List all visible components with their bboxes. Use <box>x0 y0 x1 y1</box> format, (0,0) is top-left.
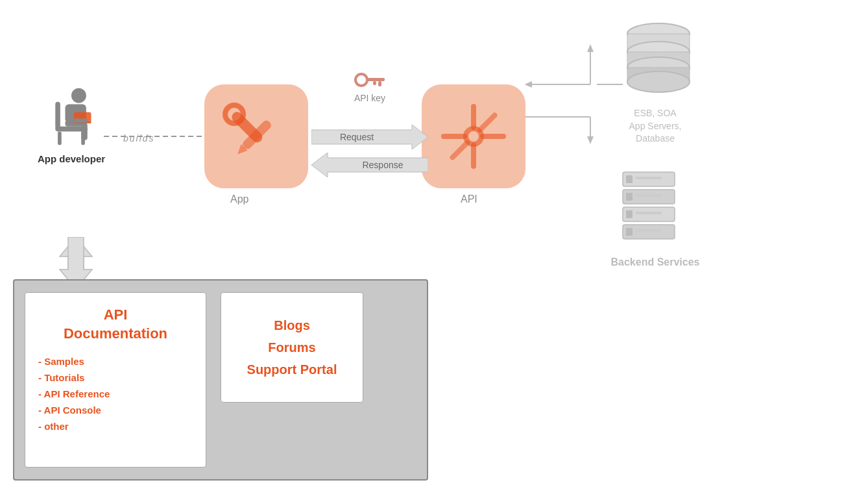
svg-rect-26 <box>373 81 376 85</box>
svg-rect-51 <box>636 194 662 197</box>
api-label: API <box>461 194 477 205</box>
api-doc-item-console: - API Console <box>38 405 193 416</box>
response-arrow: Response <box>311 153 428 180</box>
svg-rect-6 <box>58 131 62 145</box>
community-blogs: Blogs <box>274 318 310 332</box>
svg-rect-25 <box>378 81 381 86</box>
app-developer-label: App developer <box>38 153 105 164</box>
svg-rect-54 <box>636 212 662 214</box>
svg-marker-36 <box>587 136 594 144</box>
svg-point-23 <box>356 74 367 86</box>
api-key-text: API key <box>354 93 386 103</box>
request-arrow-svg: Request <box>311 125 428 149</box>
builds-line <box>104 130 208 143</box>
svg-rect-5 <box>55 127 88 132</box>
svg-rect-10 <box>74 118 88 123</box>
backend-top-label: ESB, SOAApp Servers,Database <box>597 107 714 145</box>
api-doc-item-other: - other <box>38 421 193 432</box>
api-doc-item-tutorials: - Tutorials <box>38 372 193 383</box>
svg-rect-48 <box>636 177 662 179</box>
svg-marker-33 <box>587 44 594 52</box>
api-doc-title: API Documentation <box>38 306 193 343</box>
svg-rect-7 <box>81 131 85 145</box>
community-support: Support Portal <box>247 362 337 377</box>
api-doc-title-line1: API <box>104 306 128 323</box>
backend-database-icon <box>616 19 694 106</box>
svg-point-0 <box>71 88 86 103</box>
developer-figure-icon <box>45 84 97 149</box>
server-rack-icon <box>616 169 714 247</box>
api-icon-box <box>422 84 525 188</box>
community-forums: Forums <box>268 340 315 355</box>
community-box: Blogs Forums Support Portal <box>221 292 363 403</box>
api-doc-items-list: - Samples - Tutorials - API Reference - … <box>38 356 193 432</box>
svg-text:Request: Request <box>340 132 374 142</box>
api-key-icon <box>354 68 386 91</box>
backend-server-icon <box>616 169 707 249</box>
app-icon <box>217 97 295 175</box>
diagram-container: App developer builds App <box>0 0 868 500</box>
svg-rect-4 <box>55 102 60 129</box>
backend-top-text: ESB, SOAApp Servers,Database <box>629 108 682 144</box>
api-key-label: API key <box>354 68 386 103</box>
svg-rect-21 <box>476 112 498 134</box>
api-icon <box>435 97 512 175</box>
app-label: App <box>230 194 248 205</box>
svg-rect-50 <box>626 193 633 201</box>
svg-rect-53 <box>626 210 633 218</box>
svg-rect-22 <box>449 139 471 161</box>
svg-rect-57 <box>636 229 662 232</box>
app-icon-box <box>204 84 308 188</box>
svg-rect-17 <box>471 104 476 130</box>
svg-rect-18 <box>471 143 476 169</box>
svg-rect-24 <box>367 78 385 81</box>
backend-bottom-label: Backend Services <box>597 256 714 268</box>
svg-rect-56 <box>626 228 633 236</box>
svg-rect-19 <box>441 134 467 139</box>
community-title: Blogs Forums Support Portal <box>247 314 337 381</box>
request-arrow: Request <box>311 125 428 152</box>
svg-rect-20 <box>480 134 506 139</box>
api-doc-title-line2: Documentation <box>64 325 167 342</box>
app-developer-section: App developer <box>32 84 110 164</box>
response-arrow-svg: Response <box>311 153 428 177</box>
api-doc-item-reference: - API Reference <box>38 388 193 399</box>
svg-marker-38 <box>525 81 532 88</box>
api-doc-item-samples: - Samples <box>38 356 193 367</box>
svg-text:Response: Response <box>362 160 403 170</box>
api-doc-box: API Documentation - Samples - Tutorials … <box>25 292 206 468</box>
svg-rect-47 <box>626 175 633 183</box>
svg-point-45 <box>627 71 690 92</box>
svg-point-16 <box>468 131 479 142</box>
database-stack-icon <box>616 19 701 104</box>
